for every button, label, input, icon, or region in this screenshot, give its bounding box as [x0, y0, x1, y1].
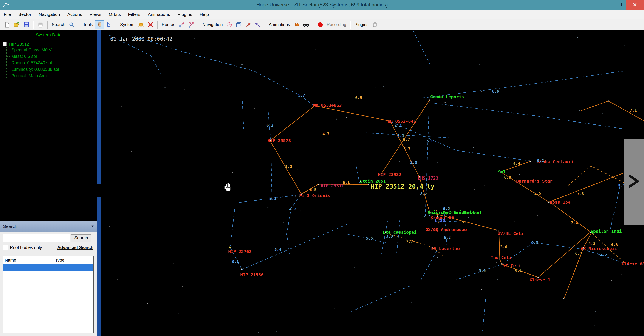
print-button[interactable]: [36, 20, 45, 29]
pan-hand-tool[interactable]: [95, 20, 104, 29]
toolbar-separator: [116, 21, 116, 29]
distance-label: 6.0: [504, 175, 511, 179]
star-label[interactable]: HIP 23311: [321, 183, 344, 188]
menu-actions[interactable]: Actions: [64, 10, 86, 19]
simulation-timestamp: 01 Jan 2000 00:00:42: [110, 36, 172, 42]
selected-system-label[interactable]: HIP 23512 20.4 ly: [371, 183, 434, 190]
star-label[interactable]: WD 0553+053: [313, 103, 342, 108]
tree-root-label[interactable]: HIP 23512: [9, 42, 29, 47]
star-label[interactable]: Stein 2051: [360, 178, 386, 183]
tree-collapse-icon[interactable]: −: [2, 42, 7, 46]
distance-label: 6.1: [343, 180, 350, 185]
toolbar-routes-label: Routes: [160, 22, 177, 27]
route-link-icon[interactable]: [177, 20, 186, 29]
distance-label: 2.8: [410, 160, 417, 165]
binoculars-icon[interactable]: [302, 20, 310, 29]
star-label[interactable]: Epsilon Indi: [590, 229, 622, 234]
play-animation-icon[interactable]: [292, 20, 301, 29]
menu-filters[interactable]: Filters: [124, 10, 144, 19]
window-view-icon[interactable]: [234, 20, 243, 29]
menu-navigation[interactable]: Navigation: [35, 10, 64, 19]
star-label[interactable]: EV Lacertae: [431, 246, 460, 251]
close-button[interactable]: ✕: [626, 0, 644, 10]
menu-sector[interactable]: Sector: [15, 10, 35, 19]
toolbar: Search Tools System Routes Navigation An…: [0, 19, 644, 30]
menu-plugins[interactable]: Plugins: [174, 10, 196, 19]
tree-item-radius[interactable]: Radius: 0.574349 sol: [7, 60, 97, 66]
record-icon[interactable]: [316, 20, 324, 29]
distance-label: 0.2: [537, 158, 544, 163]
tree-root-hip23512[interactable]: − HIP 23512: [2, 42, 97, 47]
advanced-search-link[interactable]: Advanced Search: [57, 245, 94, 250]
toolbar-separator: [47, 21, 48, 29]
restore-button[interactable]: ❐: [614, 0, 626, 10]
menu-views[interactable]: Views: [86, 10, 105, 19]
minimize-button[interactable]: –: [603, 0, 616, 10]
panel-splitter[interactable]: [97, 30, 101, 336]
star-label[interactable]: YZ Ceti: [503, 263, 521, 268]
search-input[interactable]: [3, 234, 70, 242]
star-label[interactable]: Ross 154: [550, 199, 570, 205]
star-label[interactable]: Gamma Leporis: [430, 94, 464, 99]
star-label[interactable]: Gliese 887: [622, 261, 644, 267]
open-folder-button[interactable]: [12, 20, 21, 29]
toolbar-tools-label: Tools: [81, 22, 95, 27]
search-panel-header[interactable]: Search ▼: [0, 221, 97, 232]
system-data-header: System Data: [0, 30, 97, 37]
jump-forward-icon[interactable]: [244, 20, 252, 29]
system-data-divider: [0, 39, 97, 39]
new-file-button[interactable]: [3, 20, 12, 29]
select-arrow-tool[interactable]: [104, 20, 113, 29]
star-label[interactable]: HIP 25578: [268, 138, 291, 143]
column-header-type[interactable]: Type: [54, 256, 94, 264]
star-map-canvas[interactable]: HIP 23512 20.4 lyGamma LeporisStein 2051…: [101, 30, 644, 336]
column-header-name[interactable]: Name: [3, 256, 54, 264]
star-label[interactable]: Tau Ceti: [491, 255, 512, 260]
tree-item-spectral-class[interactable]: Spectral Class: M0 V: [7, 47, 97, 53]
toolbar-animations-label: Animations: [267, 22, 292, 27]
star-label[interactable]: Pi 3 Orionis: [299, 193, 330, 198]
add-system-icon[interactable]: [137, 20, 145, 29]
center-view-icon[interactable]: [225, 20, 234, 29]
jump-back-icon[interactable]: [253, 20, 262, 29]
star-label[interactable]: HIP 23932: [378, 172, 401, 177]
menu-orbits[interactable]: Orbits: [105, 10, 124, 19]
star-label[interactable]: Epsilon Eridani: [443, 210, 482, 215]
star-label[interactable]: L 80: [435, 218, 445, 223]
menu-help[interactable]: Help: [196, 10, 212, 19]
tree-item-mass[interactable]: Mass: 0.5 sol: [7, 53, 97, 60]
star-label[interactable]: HIP 22762: [228, 249, 252, 254]
route-branch-icon[interactable]: [187, 20, 196, 29]
star-label[interactable]: WD 0552-041: [388, 119, 416, 124]
star-label[interactable]: Sol: [498, 169, 506, 174]
star-label[interactable]: UV/BL Ceti: [498, 231, 524, 236]
search-panel: Search ▼ Search Root bodies only Advance…: [0, 221, 97, 336]
star-label[interactable]: GX/GQ Andromedae: [425, 227, 467, 232]
search-button[interactable]: Search: [71, 234, 91, 242]
collapse-caret-icon[interactable]: ▼: [91, 224, 94, 228]
root-bodies-checkbox[interactable]: [3, 245, 8, 250]
star-label[interactable]: LHS 1723: [418, 175, 438, 180]
plugins-disabled-icon[interactable]: [371, 20, 379, 29]
window-title: Hope Universe - v11 Sector (823 Systems;…: [0, 0, 644, 10]
distance-label: 6.2: [266, 123, 274, 128]
distance-label: 7.4: [571, 221, 578, 225]
tree-item-luminosity[interactable]: Luminosity: 0.088388 sol: [7, 66, 97, 72]
star-label[interactable]: HIP 21556: [240, 272, 264, 277]
menu-animations[interactable]: Animations: [144, 10, 174, 19]
save-button[interactable]: [22, 20, 30, 29]
selected-result-row[interactable]: [3, 264, 94, 271]
delete-system-icon[interactable]: [146, 20, 155, 29]
distance-label: 5.3: [285, 164, 292, 169]
distance-label: 5.7: [298, 93, 305, 97]
star-label[interactable]: Gliese 1: [530, 277, 550, 283]
distance-label: 7.1: [630, 108, 637, 112]
splitter-gap: [97, 184, 101, 197]
title-bar: Hope Universe - v11 Sector (823 Systems;…: [0, 0, 644, 10]
star-label[interactable]: Barnard's Star: [516, 178, 552, 183]
tree-item-political[interactable]: Political: Main Arm: [7, 72, 97, 79]
search-icon[interactable]: [67, 20, 76, 29]
distance-label: 2.5: [424, 214, 431, 218]
menu-file[interactable]: File: [0, 10, 15, 19]
search-results-table: Name Type: [3, 256, 94, 333]
